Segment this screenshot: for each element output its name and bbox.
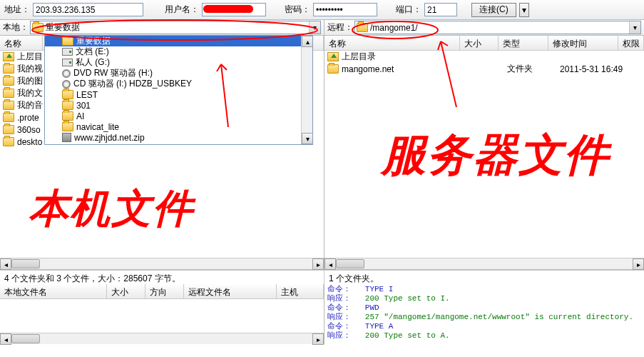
col-type[interactable]: 类型 <box>499 36 548 50</box>
dropdown-item[interactable]: 301 <box>45 100 312 111</box>
dropdown-item[interactable]: CD 驱动器 (I:) HDZB_USBKEY <box>45 79 312 89</box>
up-folder-icon <box>327 52 339 61</box>
folder-icon <box>3 89 14 98</box>
col-local-file[interactable]: 本地文件名 <box>0 284 107 298</box>
drive-icon <box>62 48 73 56</box>
local-status: 4 个文件夹和 3 个文件，大小：285607 字节。 <box>0 270 324 284</box>
col-name[interactable]: 名称 <box>324 36 460 50</box>
remote-label: 远程： <box>327 21 353 34</box>
password-input[interactable] <box>313 3 377 16</box>
address-input[interactable] <box>33 3 143 16</box>
log-line: 命令： TYPE I <box>327 285 641 294</box>
folder-icon <box>3 113 14 122</box>
folder-icon <box>62 122 73 131</box>
dropdown-scrollbar[interactable]: ▴ ▾ <box>301 36 312 144</box>
dropdown-item[interactable]: 重要数据 <box>45 36 312 46</box>
scroll-thumb[interactable] <box>336 259 364 268</box>
log-body[interactable]: 命令： TYPE I响应： 200 Type set to I.命令： PWD响… <box>324 284 644 344</box>
log-line: 响应： 200 Type set to I. <box>327 294 641 303</box>
password-label: 密码： <box>285 4 310 16</box>
scroll-left-icon[interactable]: ◂ <box>0 333 11 345</box>
dropdown-item-label: AI <box>76 111 84 121</box>
connect-dropdown-button[interactable]: ▾ <box>519 3 529 17</box>
folder-icon <box>62 90 73 99</box>
local-path-text: 重要数据 <box>46 21 309 34</box>
col-remote-file[interactable]: 远程文件名 <box>184 284 277 298</box>
log-line: 响应： 200 Type set to A. <box>327 331 641 341</box>
folder-icon <box>3 137 14 146</box>
up-folder-icon <box>3 52 14 61</box>
folder-icon <box>32 23 44 32</box>
status-bar: 4 个文件夹和 3 个文件，大小：285607 字节。 1 个文件夹。 <box>0 270 644 284</box>
scroll-right-icon[interactable]: ▸ <box>633 258 644 270</box>
redaction-scribble <box>203 5 253 13</box>
port-input[interactable] <box>424 3 457 16</box>
col-size[interactable]: 大小 <box>107 284 145 298</box>
ftp-log: 命令： TYPE I响应： 200 Type set to I.命令： PWD响… <box>324 284 644 344</box>
connection-toolbar: 地址： 用户名： 密码： 端口： 连接(C) ▾ <box>0 0 644 20</box>
folder-icon <box>357 23 368 32</box>
scroll-right-icon[interactable]: ▸ <box>312 258 324 270</box>
local-label: 本地： <box>3 21 29 34</box>
folder-icon <box>62 36 73 46</box>
local-path-dropdown[interactable]: 重要数据文档 (E:)私人 (G:)DVD RW 驱动器 (H:)CD 驱动器 … <box>44 35 313 145</box>
remote-file-grid[interactable]: 上层目录 mangome.net 文件夹 2011-5-31 16:49 <box>324 51 644 258</box>
archive-icon <box>62 133 71 142</box>
scroll-thumb[interactable] <box>11 259 40 268</box>
cd-icon <box>62 69 71 78</box>
col-mtime[interactable]: 修改时间 <box>548 36 618 50</box>
connect-button[interactable]: 连接(C) <box>471 3 516 17</box>
list-item[interactable]: mangome.net 文件夹 2011-5-31 16:49 <box>324 63 644 75</box>
transfer-queue: 本地文件名 大小 方向 远程文件名 主机 ◂ ▸ <box>0 284 324 344</box>
col-name[interactable]: 名称 <box>0 36 43 50</box>
drive-icon <box>62 59 73 66</box>
list-item[interactable]: 上层目录 <box>324 51 644 63</box>
username-label: 用户名： <box>165 4 199 16</box>
col-direction[interactable]: 方向 <box>145 284 184 298</box>
queue-body[interactable] <box>0 299 324 333</box>
dropdown-item[interactable]: AI <box>45 111 312 121</box>
col-host[interactable]: 主机 <box>277 284 324 298</box>
port-label: 端口： <box>396 4 421 16</box>
remote-hscrollbar[interactable]: ◂ ▸ <box>324 258 644 269</box>
folder-icon <box>3 125 14 134</box>
folder-icon <box>62 101 73 110</box>
local-hscrollbar[interactable]: ◂ ▸ <box>0 258 324 269</box>
folder-icon <box>327 64 339 74</box>
dropdown-item-label: LEST <box>76 90 98 100</box>
log-line: 命令： PWD <box>327 303 641 313</box>
scroll-left-icon[interactable]: ◂ <box>324 258 336 270</box>
local-path-combo[interactable]: 重要数据 ▾ <box>30 21 321 34</box>
log-line: 命令： TYPE A <box>327 322 641 331</box>
remote-pane: 远程： /mangome1/ ▾ 名称 大小 类型 修改时间 权限 上层目录 m… <box>324 20 644 269</box>
col-size[interactable]: 大小 <box>460 36 499 50</box>
dropdown-item[interactable]: DVD RW 驱动器 (H:) <box>45 68 312 79</box>
scroll-left-icon[interactable]: ◂ <box>0 258 11 270</box>
dropdown-item-label: 301 <box>76 101 91 111</box>
dropdown-item[interactable]: navicat_lite <box>45 121 312 132</box>
dropdown-item-label: navicat_lite <box>76 122 119 132</box>
col-perm[interactable]: 权限 <box>618 36 644 50</box>
dropdown-item[interactable]: LEST <box>45 89 312 100</box>
scroll-thumb[interactable] <box>11 334 40 343</box>
scroll-down-icon[interactable]: ▾ <box>302 133 313 144</box>
folder-icon <box>3 76 14 86</box>
dropdown-item[interactable]: www.zjhjdd.net.zip <box>45 132 312 143</box>
folder-icon <box>62 111 73 121</box>
dropdown-item[interactable]: 文档 (E:) <box>45 46 312 57</box>
folder-icon <box>3 64 14 74</box>
dropdown-item-label: www.zjhjdd.net.zip <box>74 133 145 143</box>
address-label: 地址： <box>4 4 30 16</box>
remote-path-text: /mangome1/ <box>370 23 629 33</box>
chevron-down-icon[interactable]: ▾ <box>309 21 320 34</box>
queue-hscrollbar[interactable]: ◂ ▸ <box>0 333 324 344</box>
remote-status: 1 个文件夹。 <box>324 270 644 284</box>
dropdown-item[interactable]: 私人 (G:) <box>45 57 312 68</box>
remote-column-header: 名称 大小 类型 修改时间 权限 <box>324 36 644 51</box>
scroll-right-icon[interactable]: ▸ <box>312 333 324 345</box>
remote-path-combo[interactable]: /mangome1/ ▾ <box>354 21 641 34</box>
dropdown-item-label: CD 驱动器 (I:) HDZB_USBKEY <box>73 78 192 90</box>
chevron-down-icon[interactable]: ▾ <box>629 21 640 34</box>
scroll-up-icon[interactable]: ▴ <box>302 36 313 47</box>
log-line: 响应： 257 "/mangome1/mangome.net/wwwroot" … <box>327 313 641 322</box>
